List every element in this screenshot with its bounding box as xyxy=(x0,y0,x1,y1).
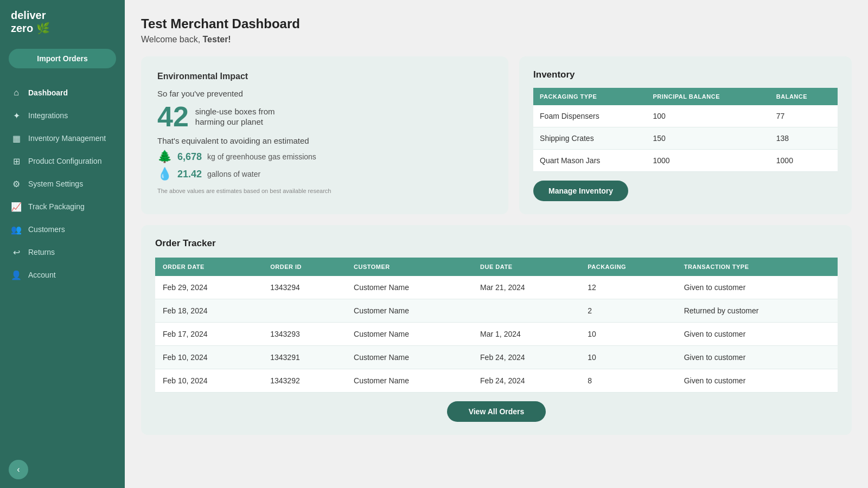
main-content: Test Merchant Dashboard Welcome back, Te… xyxy=(125,0,868,488)
order-cell-packaging: 10 xyxy=(580,346,676,369)
order-cell-customer: Customer Name xyxy=(346,369,473,393)
logo-text: deliverzero 🌿 xyxy=(11,9,50,35)
sidebar-item-product-configuration[interactable]: ⊞Product Configuration xyxy=(0,150,125,172)
inventory-table: PACKAGING TYPEPRINCIPAL BALANCEBALANCE F… xyxy=(533,88,838,172)
table-row: Feb 10, 20241343291Customer NameFeb 24, … xyxy=(155,346,838,369)
environmental-impact-card: Environmental Impact So far you've preve… xyxy=(141,56,508,214)
order-col-transaction-type: TRANSACTION TYPE xyxy=(676,258,838,276)
sidebar-item-label: Account xyxy=(28,271,56,279)
table-row: Feb 10, 20241343292Customer NameFeb 24, … xyxy=(155,369,838,393)
inventory-row: Shipping Crates150138 xyxy=(533,127,838,150)
boxes-label: single-use boxes from harming our planet xyxy=(195,106,275,127)
order-cell-due: Mar 21, 2024 xyxy=(473,276,580,299)
sidebar-item-inventory-management[interactable]: ▦Inventory Management xyxy=(0,127,125,150)
order-cell-id xyxy=(263,299,346,323)
order-cell-type: Given to customer xyxy=(676,323,838,346)
inventory-management-icon: ▦ xyxy=(11,133,22,144)
inv-cell-balance: 77 xyxy=(770,105,838,127)
order-cell-id: 1343294 xyxy=(263,276,346,299)
sidebar-item-account[interactable]: 👤Account xyxy=(0,264,125,286)
page-title: Test Merchant Dashboard xyxy=(141,16,852,31)
manage-inventory-button[interactable]: Manage Inventory xyxy=(533,181,628,201)
order-cell-type: Returned by customer xyxy=(676,299,838,323)
sidebar-nav: ⌂Dashboard✦Integrations▦Inventory Manage… xyxy=(0,77,125,451)
equivalent-text: That's equivalent to avoiding an estimat… xyxy=(157,136,492,145)
boxes-prevented-row: 42 single-use boxes from harming our pla… xyxy=(157,102,492,131)
table-row: Feb 29, 20241343294Customer NameMar 21, … xyxy=(155,276,838,299)
order-col-order-date: ORDER DATE xyxy=(155,258,263,276)
sidebar-item-system-settings[interactable]: ⚙System Settings xyxy=(0,172,125,195)
sidebar-item-label: Product Configuration xyxy=(28,157,101,165)
import-orders-button[interactable]: Import Orders xyxy=(9,49,116,68)
system-settings-icon: ⚙ xyxy=(11,178,22,189)
inv-col-principal-balance: PRINCIPAL BALANCE xyxy=(646,88,769,105)
sidebar-item-returns[interactable]: ↩Returns xyxy=(0,241,125,264)
order-cell-date: Feb 29, 2024 xyxy=(155,276,263,299)
inv-cell-balance: 138 xyxy=(770,127,838,150)
order-cell-id: 1343293 xyxy=(263,323,346,346)
sidebar-collapse-button[interactable]: ‹ xyxy=(9,460,28,479)
order-cell-customer: Customer Name xyxy=(346,299,473,323)
top-cards-row: Environmental Impact So far you've preve… xyxy=(141,56,852,214)
order-cell-customer: Customer Name xyxy=(346,323,473,346)
logo: deliverzero 🌿 xyxy=(0,0,125,43)
ghg-number: 6,678 xyxy=(177,151,202,163)
product-configuration-icon: ⊞ xyxy=(11,156,22,166)
order-cell-date: Feb 18, 2024 xyxy=(155,299,263,323)
order-cell-date: Feb 10, 2024 xyxy=(155,369,263,393)
sidebar-item-label: Track Packaging xyxy=(28,202,85,211)
inventory-row: Quart Mason Jars10001000 xyxy=(533,150,838,172)
order-tracker-card: Order Tracker ORDER DATEORDER IDCUSTOMER… xyxy=(141,225,852,435)
sidebar-item-label: Dashboard xyxy=(28,88,68,97)
water-stat-row: 💧 21.42 gallons of water xyxy=(157,167,492,181)
inv-col-balance: BALANCE xyxy=(770,88,838,105)
sidebar-item-dashboard[interactable]: ⌂Dashboard xyxy=(0,81,125,104)
water-icon: 💧 xyxy=(157,167,172,181)
order-cell-due: Feb 24, 2024 xyxy=(473,369,580,393)
order-cell-packaging: 2 xyxy=(580,299,676,323)
disclaimer-text: The above values are estimates based on … xyxy=(157,188,492,194)
inventory-card: Inventory PACKAGING TYPEPRINCIPAL BALANC… xyxy=(519,56,852,214)
order-cell-packaging: 10 xyxy=(580,323,676,346)
inv-col-packaging-type: PACKAGING TYPE xyxy=(533,88,646,105)
view-all-orders-button[interactable]: View All Orders xyxy=(447,401,546,422)
integrations-icon: ✦ xyxy=(11,110,22,121)
order-cell-due: Mar 1, 2024 xyxy=(473,323,580,346)
inv-cell-balance: 1000 xyxy=(770,150,838,172)
water-label: gallons of water xyxy=(207,170,260,178)
sidebar-item-label: Integrations xyxy=(28,111,68,120)
inv-cell-principal: 1000 xyxy=(646,150,769,172)
order-col-due-date: DUE DATE xyxy=(473,258,580,276)
inv-cell-principal: 150 xyxy=(646,127,769,150)
inv-cell-type: Quart Mason Jars xyxy=(533,150,646,172)
welcome-message: Welcome back, Tester! xyxy=(141,35,852,44)
order-tracker-title: Order Tracker xyxy=(155,238,838,249)
order-col-packaging: PACKAGING xyxy=(580,258,676,276)
order-table: ORDER DATEORDER IDCUSTOMERDUE DATEPACKAG… xyxy=(155,258,838,393)
order-cell-customer: Customer Name xyxy=(346,346,473,369)
sidebar-item-label: Customers xyxy=(28,225,65,234)
order-col-customer: CUSTOMER xyxy=(346,258,473,276)
order-cell-id: 1343292 xyxy=(263,369,346,393)
boxes-count: 42 xyxy=(157,102,189,131)
sidebar-item-track-packaging[interactable]: 📈Track Packaging xyxy=(0,195,125,218)
ghg-stat-row: 🌲 6,678 kg of greenhouse gas emissions xyxy=(157,150,492,164)
order-cell-due: Feb 24, 2024 xyxy=(473,346,580,369)
order-cell-type: Given to customer xyxy=(676,369,838,393)
sidebar-item-label: Inventory Management xyxy=(28,134,106,143)
order-cell-type: Given to customer xyxy=(676,346,838,369)
view-all-row: View All Orders xyxy=(155,401,838,422)
inv-cell-principal: 100 xyxy=(646,105,769,127)
inv-cell-type: Foam Dispensers xyxy=(533,105,646,127)
order-cell-packaging: 12 xyxy=(580,276,676,299)
sidebar-item-label: System Settings xyxy=(28,179,83,188)
sidebar-item-customers[interactable]: 👥Customers xyxy=(0,218,125,241)
returns-icon: ↩ xyxy=(11,247,22,258)
import-btn-wrapper: Import Orders xyxy=(0,43,125,77)
track-packaging-icon: 📈 xyxy=(11,201,22,212)
env-card-title: Environmental Impact xyxy=(157,72,492,81)
inv-cell-type: Shipping Crates xyxy=(533,127,646,150)
sidebar-item-integrations[interactable]: ✦Integrations xyxy=(0,104,125,127)
inventory-title: Inventory xyxy=(533,69,838,80)
order-col-order-id: ORDER ID xyxy=(263,258,346,276)
